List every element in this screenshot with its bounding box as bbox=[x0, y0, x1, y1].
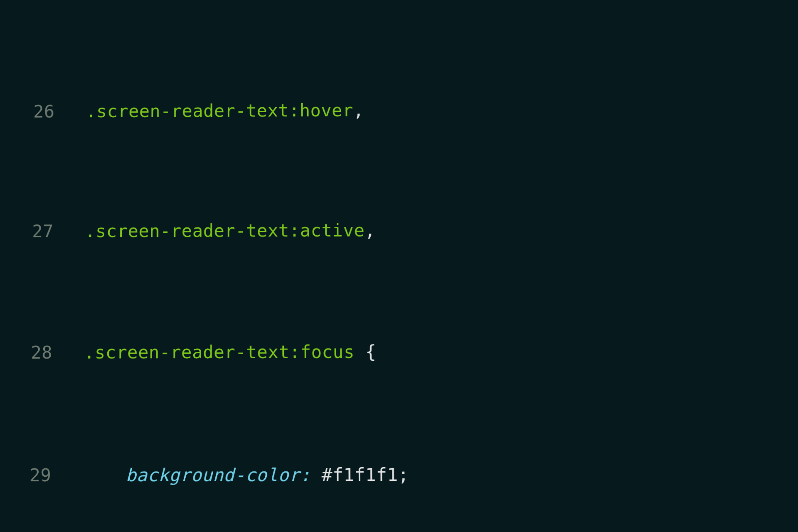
line-number: 28 bbox=[6, 341, 74, 365]
code-content: .screen-reader-text:hover, bbox=[75, 99, 364, 124]
css-selector: .screen-reader-text:hover bbox=[86, 101, 353, 121]
code-content: .screen-reader-text:active, bbox=[74, 219, 376, 244]
code-line[interactable]: 27 .screen-reader-text:active, bbox=[7, 217, 798, 244]
code-content: background-color: #f1f1f1; bbox=[72, 463, 409, 488]
line-number: 26 bbox=[9, 100, 76, 124]
css-value: #f1f1f1 bbox=[322, 465, 398, 485]
css-selector: .screen-reader-text:active bbox=[85, 220, 365, 241]
comma: , bbox=[365, 220, 375, 241]
css-property: background-color bbox=[126, 465, 300, 485]
open-brace: { bbox=[355, 342, 377, 362]
code-editor[interactable]: 26 .screen-reader-text:hover, 27 .screen… bbox=[0, 2, 798, 532]
code-line[interactable]: 26 .screen-reader-text:hover, bbox=[9, 97, 798, 124]
code-line[interactable]: 28 .screen-reader-text:focus { bbox=[6, 339, 798, 365]
comma: , bbox=[353, 101, 364, 121]
colon: : bbox=[300, 465, 310, 485]
code-line[interactable]: 29 background-color: #f1f1f1; bbox=[5, 463, 798, 488]
css-selector: .screen-reader-text:focus bbox=[84, 342, 355, 362]
line-number: 27 bbox=[7, 220, 74, 244]
line-number: 29 bbox=[5, 463, 73, 488]
space bbox=[311, 465, 322, 485]
semicolon: ; bbox=[398, 465, 409, 485]
code-content: .screen-reader-text:focus { bbox=[73, 340, 376, 365]
